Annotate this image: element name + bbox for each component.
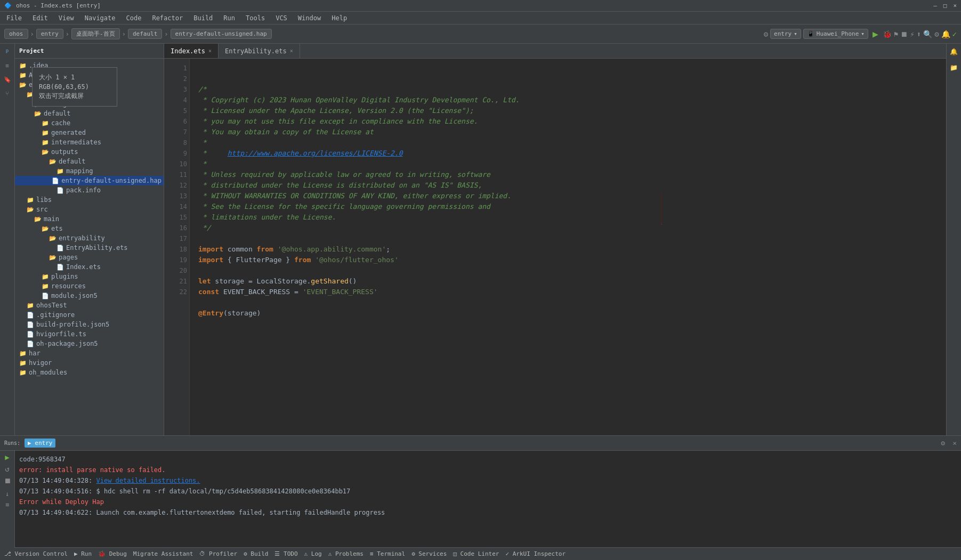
tree-item-module-json5[interactable]: 📄module.json5 (15, 291, 164, 301)
menu-view[interactable]: View (54, 13, 78, 23)
minimize-btn[interactable]: — (933, 2, 937, 9)
menu-file[interactable]: File (2, 13, 26, 23)
tree-label: module.json5 (51, 292, 98, 299)
breadcrumb-default[interactable]: default (128, 29, 162, 39)
tree-label: build-profile.json5 (36, 321, 109, 328)
tree-item-entryability-ets[interactable]: 📄EntryAbility.ets (15, 243, 164, 253)
rerun-icon[interactable]: ↺ (5, 465, 9, 473)
tree-item-main[interactable]: 📂main (15, 214, 164, 224)
filter-icon[interactable]: ≡ (5, 501, 9, 508)
status-migrate[interactable]: Migrate Assistant (133, 550, 193, 557)
menu-tools[interactable]: Tools (241, 13, 269, 23)
menu-window[interactable]: Window (294, 13, 325, 23)
menu-code[interactable]: Code (122, 13, 146, 23)
tab-index-ets-close[interactable]: × (208, 48, 212, 54)
tree-item-default[interactable]: 📂default (15, 109, 164, 118)
run-settings-icon[interactable]: ⚙ (941, 439, 945, 447)
stop-button[interactable]: ⏹ (900, 30, 908, 38)
tree-item-cache[interactable]: 📁cache (15, 118, 164, 128)
tree-item-har[interactable]: 📁har (15, 348, 164, 358)
status-run[interactable]: ▶ Run (74, 550, 92, 557)
breadcrumb-hap[interactable]: entry-default-unsigned.hap (171, 29, 272, 39)
tree-item-src[interactable]: 📂src (15, 205, 164, 214)
menu-bar: File Edit View Navigate Code Refactor Bu… (0, 12, 961, 25)
tree-item-plugins[interactable]: 📁plugins (15, 272, 164, 281)
menu-edit[interactable]: Edit (28, 13, 52, 23)
status-code-linter[interactable]: ◫ Code Linter (453, 550, 499, 557)
tree-item-pages[interactable]: 📂pages (15, 253, 164, 262)
menu-refactor[interactable]: Refactor (148, 13, 187, 23)
run-close-icon[interactable]: × (952, 439, 957, 447)
search-icon[interactable]: 🔍 (923, 30, 932, 38)
tree-item-intermediates[interactable]: 📁intermediates (15, 137, 164, 147)
menu-navigate[interactable]: Navigate (80, 13, 120, 23)
bookmarks-icon[interactable]: 🔖 (2, 74, 13, 85)
tab-index-ets[interactable]: Index.ets × (164, 44, 219, 58)
tree-item-oh-package-json5[interactable]: 📄oh-package.json5 (15, 339, 164, 348)
tree-item-outputs[interactable]: 📂outputs (15, 147, 164, 157)
tree-item-generated[interactable]: 📁generated (15, 128, 164, 137)
deploy-button[interactable]: ⬆ (917, 30, 921, 38)
tree-item-default[interactable]: 📂default (15, 157, 164, 166)
tab-entryability-ets[interactable]: EntryAbility.ets × (219, 44, 300, 58)
menu-build[interactable]: Build (189, 13, 217, 23)
code-line-21 (198, 297, 946, 308)
gear-icon[interactable]: ⚙ (934, 30, 939, 38)
debug-button[interactable]: 🐞 (883, 30, 892, 38)
project-icon[interactable]: P (2, 46, 13, 58)
tree-item-pack-info[interactable]: 📄pack.info (15, 185, 164, 195)
tree-item-ohostest[interactable]: 📁ohosTest (15, 301, 164, 310)
status-version-control[interactable]: ⎇ Version Control (4, 550, 68, 557)
tree-item-oh-modules[interactable]: 📁oh_modules (15, 368, 164, 377)
tree-item-hvigorfile-ts[interactable]: 📄hvigorfile.ts (15, 329, 164, 339)
git-icon[interactable]: ⑂ (2, 87, 13, 99)
notifications-icon[interactable]: 🔔 (941, 30, 950, 38)
tree-item-ets[interactable]: 📂ets (15, 224, 164, 233)
menu-vcs[interactable]: VCS (271, 13, 292, 23)
breadcrumb-home[interactable]: 桌面助手-首页 (71, 28, 120, 39)
check-icon[interactable]: ✓ (952, 30, 957, 38)
menu-help[interactable]: Help (327, 13, 351, 23)
run-button[interactable]: ▶ (870, 28, 881, 39)
tree-item--gitignore[interactable]: 📄.gitignore (15, 310, 164, 320)
code-line-7: * http://www.apache.org/licenses/LICENSE… (198, 148, 946, 159)
settings-icon[interactable]: ⚙ (764, 30, 768, 38)
status-arkui[interactable]: ✓ ArkUI Inspector (505, 550, 566, 557)
stop-run-icon[interactable]: ⏹ (4, 476, 11, 485)
tree-item-index-ets[interactable]: 📄Index.ets (15, 262, 164, 272)
profile-button[interactable]: ⚡ (910, 30, 914, 38)
tab-entryability-ets-close[interactable]: × (290, 48, 293, 54)
tree-item-entryability[interactable]: 📂entryability (15, 233, 164, 243)
maximize-btn[interactable]: □ (943, 2, 947, 9)
menu-run[interactable]: Run (219, 13, 239, 23)
tree-label: pages (59, 254, 78, 261)
status-build[interactable]: ⚙ Build (244, 550, 268, 557)
scroll-to-end-icon[interactable]: ↓ (5, 490, 9, 498)
device-file-browser-icon[interactable]: 📁 (948, 62, 960, 74)
tree-item-build-profile-json5[interactable]: 📄build-profile.json5 (15, 320, 164, 329)
tree-item-resources[interactable]: 📁resources (15, 281, 164, 291)
device-selector[interactable]: 📱 Huawei_Phone ▾ (803, 29, 868, 39)
close-btn[interactable]: × (953, 2, 957, 9)
run-again-icon[interactable]: ▶ (5, 453, 9, 461)
tree-item-hvigor[interactable]: 📁hvigor (15, 358, 164, 368)
status-profiler[interactable]: ⏱ Profiler (199, 550, 237, 557)
run-entry-tab[interactable]: ▶ entry (25, 439, 55, 448)
status-todo[interactable]: ☰ TODO (274, 550, 297, 557)
status-problems[interactable]: ⚠ Problems (328, 550, 364, 557)
structure-icon[interactable]: ≡ (2, 60, 13, 71)
status-terminal[interactable]: ≡ Terminal (370, 550, 405, 557)
tree-item-libs[interactable]: 📁libs (15, 195, 164, 205)
status-debug[interactable]: 🐞 Debug (98, 550, 127, 557)
status-services[interactable]: ⚙ Services (411, 550, 447, 557)
device-label: Huawei_Phone (817, 30, 859, 37)
breadcrumb-ohos[interactable]: ohos (4, 29, 28, 39)
run-config-selector[interactable]: entry ▾ (770, 29, 801, 39)
status-log[interactable]: ⚠ Log (304, 550, 322, 557)
code-content[interactable]: /* * Copyright (c) 2023 Hunan OpenValley… (190, 59, 946, 435)
notification-sidebar-icon[interactable]: 🔔 (948, 46, 960, 58)
tree-item-mapping[interactable]: 📁mapping (15, 166, 164, 176)
tree-item-entry-default-unsigned-hap[interactable]: 📄entry-default-unsigned.hap (15, 176, 164, 185)
breadcrumb-entry[interactable]: entry (36, 29, 63, 39)
coverage-button[interactable]: ⚑ (894, 30, 898, 38)
